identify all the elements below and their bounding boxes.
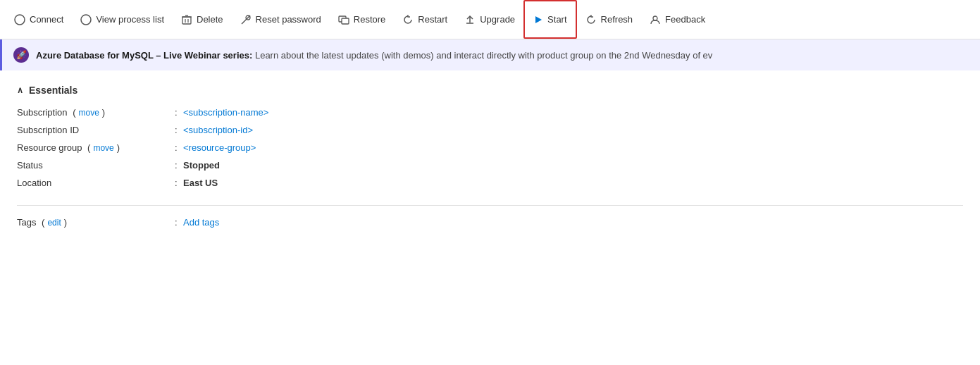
delete-icon <box>181 14 192 25</box>
view-process-list-button[interactable]: View process list <box>72 0 173 39</box>
subscription-name-link[interactable]: <subscription-name> <box>183 107 268 118</box>
essentials-grid: Subscription (move) : <subscription-name… <box>17 107 963 188</box>
subscription-id-link[interactable]: <subscription-id> <box>183 125 253 135</box>
essentials-header: ∧ Essentials <box>17 85 963 96</box>
subscription-field-label: Subscription (move) <box>17 107 172 118</box>
upgrade-button[interactable]: Upgrade <box>456 0 523 39</box>
svg-rect-10 <box>342 18 349 24</box>
delete-button[interactable]: Delete <box>173 0 232 39</box>
essentials-title: Essentials <box>29 85 77 96</box>
refresh-icon <box>585 14 597 25</box>
svg-rect-2 <box>182 17 191 24</box>
reset-password-icon <box>240 14 252 25</box>
resource-group-move-link[interactable]: move <box>93 143 113 153</box>
tags-section: Tags (edit) : Add tags <box>17 217 963 228</box>
start-button[interactable]: Start <box>523 0 576 39</box>
subscription-value: <subscription-name> <box>183 107 963 118</box>
start-label: Start <box>547 14 566 25</box>
refresh-button[interactable]: Refresh <box>577 0 642 39</box>
add-tags-link[interactable]: Add tags <box>183 217 219 228</box>
svg-point-1 <box>81 15 91 25</box>
restore-label: Restore <box>354 14 386 25</box>
collapse-chevron-icon[interactable]: ∧ <box>17 85 23 95</box>
subscription-id-colon: : <box>172 125 183 135</box>
svg-point-0 <box>15 15 25 25</box>
section-divider <box>17 205 963 206</box>
status-value: Stopped <box>183 160 963 171</box>
tags-colon: : <box>172 217 183 228</box>
banner-icon: 🚀 <box>13 47 29 63</box>
tags-edit-link[interactable]: edit <box>47 218 61 228</box>
subscription-id-field-label: Subscription ID <box>17 125 172 135</box>
location-colon: : <box>172 178 183 188</box>
announcement-banner: 🚀 Azure Database for MySQL – Live Webina… <box>0 39 980 70</box>
resource-group-value: <resource-group> <box>183 142 963 153</box>
tags-row: Tags (edit) : Add tags <box>17 217 963 228</box>
feedback-label: Feedback <box>665 14 705 25</box>
banner-title: Azure Database for MySQL – Live Webinar … <box>36 50 252 61</box>
location-field-label: Location <box>17 178 172 188</box>
banner-text: Azure Database for MySQL – Live Webinar … <box>36 50 712 61</box>
restore-button[interactable]: Restore <box>330 0 395 39</box>
start-icon <box>533 15 543 25</box>
connect-button[interactable]: Connect <box>6 0 72 39</box>
tags-value: Add tags <box>183 217 963 228</box>
restore-icon <box>338 14 349 25</box>
tags-field-label: Tags (edit) <box>17 217 172 228</box>
view-process-list-label: View process list <box>96 14 164 25</box>
banner-body: Learn about the latest updates (with dem… <box>255 50 712 61</box>
delete-label: Delete <box>197 14 223 25</box>
resource-group-link[interactable]: <resource-group> <box>183 142 256 153</box>
connect-label: Connect <box>30 14 63 25</box>
status-colon: : <box>172 160 183 171</box>
status-field-label: Status <box>17 160 172 171</box>
subscription-move-link[interactable]: move <box>79 108 99 118</box>
feedback-button[interactable]: Feedback <box>641 0 714 39</box>
svg-point-13 <box>653 16 657 20</box>
restart-icon <box>402 14 414 25</box>
restart-button[interactable]: Restart <box>394 0 456 39</box>
resource-group-field-label: Resource group (move) <box>17 142 172 153</box>
reset-password-label: Reset password <box>256 14 321 25</box>
upgrade-icon <box>464 14 476 25</box>
view-process-list-icon <box>80 14 92 25</box>
subscription-id-value: <subscription-id> <box>183 125 963 135</box>
resource-group-colon: : <box>172 142 183 153</box>
upgrade-label: Upgrade <box>480 14 515 25</box>
feedback-icon <box>650 14 661 25</box>
svg-marker-12 <box>535 16 542 23</box>
toolbar: Connect View process list Delete <box>0 0 980 39</box>
restart-label: Restart <box>418 14 447 25</box>
reset-password-button[interactable]: Reset password <box>232 0 330 39</box>
location-value: East US <box>183 178 963 188</box>
main-content: ∧ Essentials Subscription (move) : <subs… <box>0 70 980 242</box>
subscription-colon: : <box>172 107 183 118</box>
connect-icon <box>14 14 25 25</box>
refresh-label: Refresh <box>601 14 633 25</box>
